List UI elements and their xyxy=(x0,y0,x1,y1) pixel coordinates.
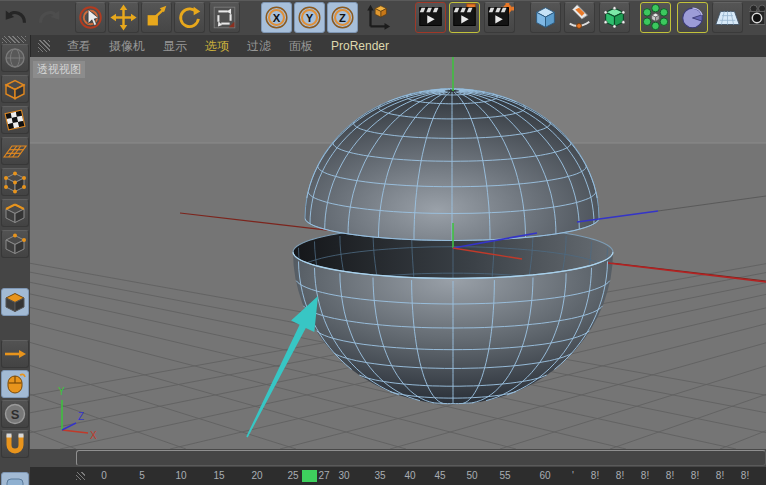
sidebar-grip[interactable] xyxy=(2,36,26,43)
spline-pen-button[interactable] xyxy=(564,2,595,33)
ruler-tick[interactable]: 30 xyxy=(338,470,349,481)
menu-item-view[interactable]: 查看 xyxy=(58,38,100,55)
coordinate-system-button[interactable] xyxy=(362,2,393,33)
coordinate-system-icon xyxy=(363,3,392,32)
ruler-grip[interactable] xyxy=(76,472,85,480)
make-editable-globe-icon xyxy=(2,45,28,71)
mouse-icon xyxy=(2,371,28,397)
render-settings-button[interactable] xyxy=(484,2,515,33)
menu-item-filter[interactable]: 过滤 xyxy=(238,38,280,55)
axis-lock-z-button[interactable]: Z xyxy=(327,2,358,33)
array-cluster-icon xyxy=(641,3,670,32)
workplane-mode-button[interactable] xyxy=(1,137,29,165)
ruler-tick[interactable]: 8! xyxy=(591,470,599,481)
svg-text:Y: Y xyxy=(58,386,65,397)
workplane-grid-icon xyxy=(2,138,28,164)
ruler-tick[interactable]: 8! xyxy=(716,470,724,481)
ruler-tick[interactable]: ' xyxy=(572,470,574,481)
add-cube-button[interactable] xyxy=(530,2,561,33)
workplane-lock-button[interactable] xyxy=(1,472,29,485)
render-picture-viewer-icon xyxy=(450,3,479,32)
ruler-tick[interactable]: 8! xyxy=(741,470,749,481)
uv-mode-button[interactable] xyxy=(1,230,29,258)
floor-grid-icon xyxy=(713,3,742,32)
ruler-tick[interactable]: 10 xyxy=(175,470,186,481)
render-view-icon xyxy=(416,3,445,32)
frame-ruler[interactable]: 05101520252730354045505560'8!8!8!8!8!8!8… xyxy=(30,467,766,485)
ruler-tick[interactable]: 0 xyxy=(101,470,107,481)
perspective-viewport[interactable]: 透视视图 YXZ xyxy=(30,57,766,449)
viewport-label[interactable]: 透视视图 xyxy=(33,61,85,78)
ruler-tick[interactable]: 8! xyxy=(641,470,649,481)
sphere-wedge-icon xyxy=(678,3,707,32)
polygons-mode-button[interactable] xyxy=(1,288,29,316)
ruler-tick[interactable]: 8! xyxy=(691,470,699,481)
ruler-tick[interactable]: 5 xyxy=(139,470,145,481)
svg-text:S: S xyxy=(11,407,20,422)
menu-item-camera[interactable]: 摄像机 xyxy=(100,38,154,55)
live-selection-icon xyxy=(76,3,105,32)
undo-arrow-icon xyxy=(2,3,31,32)
array-cluster-button[interactable] xyxy=(640,2,671,33)
subdivision-surface-button[interactable] xyxy=(599,2,630,33)
points-mode-button[interactable] xyxy=(1,168,29,196)
rotate-icon xyxy=(175,3,204,32)
ruler-tick[interactable]: 35 xyxy=(374,470,385,481)
ruler-tick[interactable]: 60 xyxy=(539,470,550,481)
menu-item-display[interactable]: 显示 xyxy=(154,38,196,55)
ruler-tick[interactable]: 27 xyxy=(318,470,329,481)
move-tool-button[interactable] xyxy=(108,2,139,33)
texture-mode-button[interactable] xyxy=(1,106,29,134)
ruler-tick[interactable]: 25 xyxy=(287,470,298,481)
model-mode-button[interactable] xyxy=(1,75,29,103)
menu-item-prorender[interactable]: ProRender xyxy=(322,39,398,53)
camera-icon xyxy=(749,3,766,32)
rotate-tool-button[interactable] xyxy=(174,2,205,33)
points-mode-icon xyxy=(2,169,28,195)
ruler-tick[interactable]: 20 xyxy=(251,470,262,481)
snap-magnet-button[interactable] xyxy=(1,430,29,458)
timeline-area: 05101520252730354045505560'8!8!8!8!8!8!8… xyxy=(30,449,766,485)
svg-text:X: X xyxy=(90,430,97,441)
floor-object-button[interactable] xyxy=(712,2,743,33)
axis-lock-y-button[interactable]: Y xyxy=(294,2,325,33)
last-used-tool-button[interactable] xyxy=(209,2,240,33)
camera-object-button[interactable] xyxy=(748,2,766,33)
current-frame-marker[interactable] xyxy=(302,470,317,482)
menu-item-panel[interactable]: 面板 xyxy=(280,38,322,55)
ruler-tick[interactable]: 40 xyxy=(404,470,415,481)
menu-item-options[interactable]: 选项 xyxy=(196,38,238,55)
ruler-tick[interactable]: 8! xyxy=(666,470,674,481)
axis-lock-x-button[interactable]: X xyxy=(261,2,292,33)
magnet-icon xyxy=(2,431,28,457)
edges-mode-button[interactable] xyxy=(1,199,29,227)
keyframe-s-icon: S xyxy=(2,401,28,427)
menubar-grip[interactable] xyxy=(38,40,50,52)
axis-lock-x-label: X xyxy=(273,12,281,24)
live-selection-button[interactable] xyxy=(75,2,106,33)
ruler-tick[interactable]: 45 xyxy=(434,470,445,481)
viewport-solo-button[interactable] xyxy=(1,370,29,398)
viewport-canvas[interactable]: YXZ xyxy=(30,57,766,449)
ruler-tick[interactable]: 50 xyxy=(466,470,477,481)
edges-mode-icon xyxy=(2,200,28,226)
render-settings-icon xyxy=(485,3,514,32)
keyframe-selection-button[interactable]: S xyxy=(1,400,29,428)
spline-pen-icon xyxy=(565,3,594,32)
undo-icon[interactable] xyxy=(1,2,32,33)
move-icon xyxy=(109,3,138,32)
redo-icon[interactable] xyxy=(33,2,64,33)
ruler-tick[interactable]: 55 xyxy=(499,470,510,481)
texture-mode-checker-icon xyxy=(2,107,28,133)
enable-axis-button[interactable] xyxy=(1,340,29,368)
make-editable-button[interactable] xyxy=(1,44,29,72)
timeline-power-slider[interactable] xyxy=(76,450,766,466)
ruler-tick[interactable]: 15 xyxy=(213,470,224,481)
render-view-button[interactable] xyxy=(415,2,446,33)
ruler-tick[interactable]: 8! xyxy=(616,470,624,481)
render-picture-viewer-button[interactable] xyxy=(449,2,480,33)
axis-lock-z-label: Z xyxy=(339,12,346,24)
scale-tool-button[interactable] xyxy=(141,2,172,33)
sphere-deformer-button[interactable] xyxy=(677,2,708,33)
axis-lock-y-label: Y xyxy=(306,12,314,24)
